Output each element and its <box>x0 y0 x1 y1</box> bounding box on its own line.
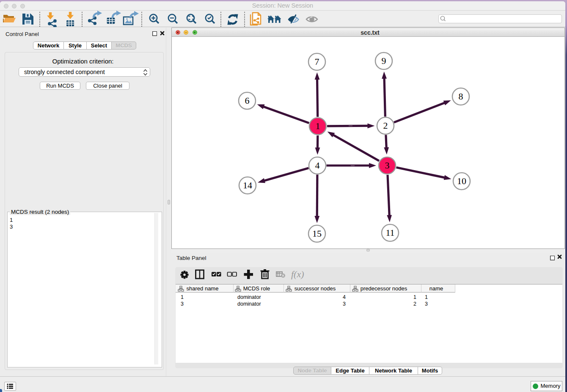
svg-text:14: 14 <box>243 180 252 190</box>
svg-text:4: 4 <box>315 160 320 171</box>
svg-text:10: 10 <box>457 176 466 186</box>
svg-text:6: 6 <box>245 95 250 106</box>
svg-text:2: 2 <box>383 120 388 131</box>
svg-text:7: 7 <box>315 56 319 67</box>
svg-text:f(x): f(x) <box>291 269 304 279</box>
svg-text:1: 1 <box>316 121 320 131</box>
svg-text:11: 11 <box>385 227 394 238</box>
svg-text:3: 3 <box>385 160 390 171</box>
svg-text:15: 15 <box>312 228 322 239</box>
svg-text:8: 8 <box>459 91 463 102</box>
svg-text:9: 9 <box>382 55 386 66</box>
